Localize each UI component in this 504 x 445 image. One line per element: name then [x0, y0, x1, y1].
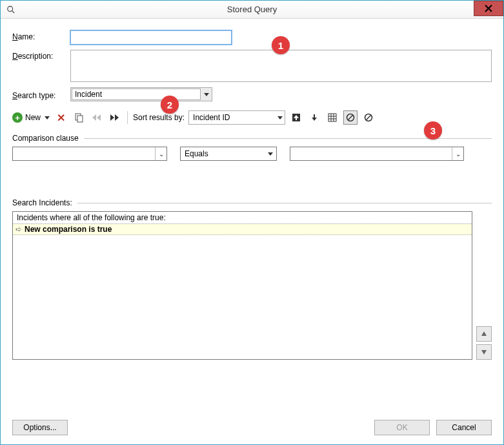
arrow-up-icon	[292, 113, 301, 122]
delete-button[interactable]: ✕	[54, 110, 68, 125]
clause-value-dropdown[interactable]: ⌄	[290, 147, 464, 161]
results-header-text: Incidents where all of the following are…	[13, 212, 472, 224]
copy-icon	[74, 112, 84, 123]
chevron-down-icon: ⌄	[155, 147, 166, 160]
query-toolbar: + New ✕ Sort results by: Incident ID	[12, 110, 492, 125]
search-incidents-label: Search Incidents:	[12, 198, 72, 207]
results-row[interactable]: ➪ New comparison is true	[13, 224, 472, 235]
svg-line-21	[348, 115, 353, 120]
move-down-button[interactable]	[476, 344, 492, 360]
filter-off-button[interactable]	[361, 110, 376, 125]
clause-operator-dropdown[interactable]: Equals	[180, 147, 277, 161]
svg-marker-8	[110, 114, 114, 121]
comparison-clause-label: Comparison clause	[12, 134, 79, 143]
callout-2: 2	[161, 96, 179, 114]
svg-marker-13	[312, 118, 317, 121]
chevron-down-icon	[201, 88, 212, 101]
close-button[interactable]	[474, 1, 503, 16]
ok-button[interactable]: OK	[374, 420, 430, 435]
double-left-icon	[91, 113, 103, 122]
chevron-down-icon	[45, 116, 50, 119]
triangle-up-icon	[481, 331, 487, 337]
search-type-combo[interactable]: Incident	[70, 87, 212, 101]
cancel-button[interactable]: Cancel	[436, 420, 492, 435]
copy-button[interactable]	[72, 110, 86, 125]
options-button[interactable]: Options...	[12, 420, 68, 435]
new-button[interactable]: + New	[12, 110, 50, 125]
name-input[interactable]	[70, 30, 232, 45]
plus-icon: +	[12, 112, 23, 123]
filter-on-button[interactable]	[343, 110, 358, 125]
results-list[interactable]: Incidents where all of the following are…	[12, 211, 472, 360]
toolbar-divider	[127, 111, 128, 124]
stored-query-dialog: Stored Query Name: Description: Search t…	[0, 0, 504, 445]
description-label: Description:	[12, 50, 70, 61]
circle-slash-icon	[346, 113, 355, 122]
clause-field-dropdown[interactable]: ⌄	[12, 147, 167, 161]
delete-x-icon: ✕	[57, 112, 65, 124]
dialog-footer: Options... OK Cancel	[1, 413, 503, 444]
prev-button[interactable]	[90, 110, 104, 125]
callout-3: 3	[424, 121, 442, 140]
arrow-right-icon: ➪	[15, 225, 22, 234]
svg-rect-15	[328, 114, 336, 121]
clause-operator-value: Equals	[181, 149, 265, 158]
move-up-button[interactable]	[476, 326, 492, 342]
callout-1: 1	[272, 36, 290, 54]
next-button[interactable]	[108, 110, 122, 125]
search-type-value: Incident	[75, 90, 102, 99]
description-input[interactable]	[70, 50, 492, 82]
svg-marker-6	[92, 114, 96, 121]
sort-by-combo[interactable]: Incident ID	[188, 110, 285, 125]
comparison-section-header: Comparison clause	[12, 134, 492, 143]
titlebar: Stored Query	[1, 1, 503, 19]
window-title: Stored Query	[1, 5, 503, 14]
svg-marker-25	[481, 350, 487, 355]
chevron-down-icon	[265, 147, 276, 160]
results-row-text: New comparison is true	[25, 225, 112, 234]
name-label: Name:	[12, 30, 70, 41]
svg-marker-9	[115, 114, 119, 121]
grid-button[interactable]	[325, 110, 339, 125]
results-section-header: Search Incidents:	[12, 198, 492, 207]
svg-rect-5	[77, 116, 83, 122]
new-button-label: New	[25, 113, 41, 122]
chevron-down-icon: ⌄	[452, 147, 463, 160]
triangle-down-icon	[481, 349, 487, 355]
circle-slash-icon	[364, 113, 373, 122]
svg-rect-12	[296, 118, 297, 120]
arrow-down-icon	[310, 113, 319, 122]
grid-icon	[328, 113, 337, 122]
sort-by-value: Incident ID	[189, 113, 276, 122]
sort-desc-button[interactable]	[307, 110, 321, 125]
chevron-down-icon	[276, 116, 285, 119]
svg-rect-14	[314, 114, 315, 118]
double-right-icon	[109, 113, 121, 122]
search-type-label: Search type:	[12, 89, 70, 100]
svg-marker-24	[481, 331, 487, 336]
svg-marker-7	[97, 114, 101, 121]
sort-by-label: Sort results by:	[133, 113, 185, 122]
sort-asc-button[interactable]	[289, 110, 303, 125]
svg-line-23	[366, 115, 371, 120]
